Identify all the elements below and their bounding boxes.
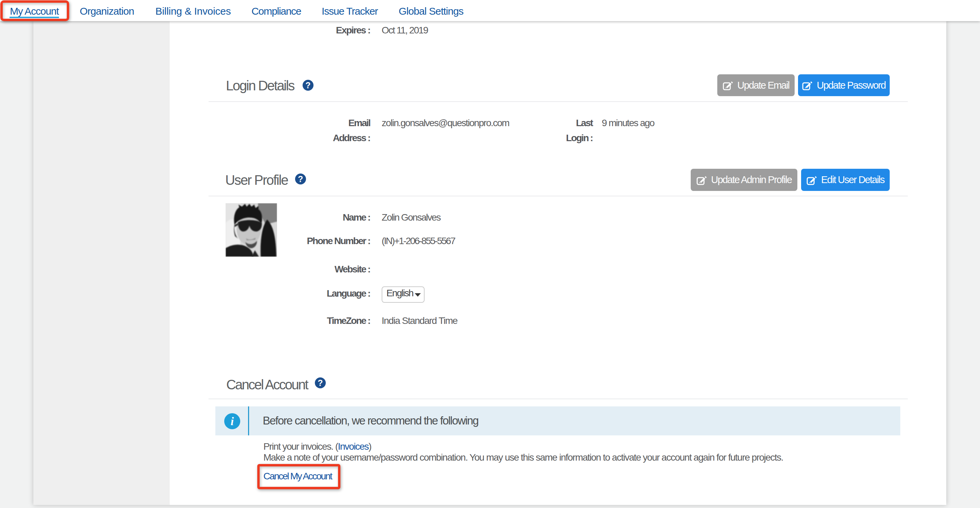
svg-text:i: i — [231, 415, 234, 428]
svg-text:?: ? — [298, 174, 303, 184]
svg-text:?: ? — [318, 378, 323, 388]
svg-text:?: ? — [305, 80, 310, 90]
